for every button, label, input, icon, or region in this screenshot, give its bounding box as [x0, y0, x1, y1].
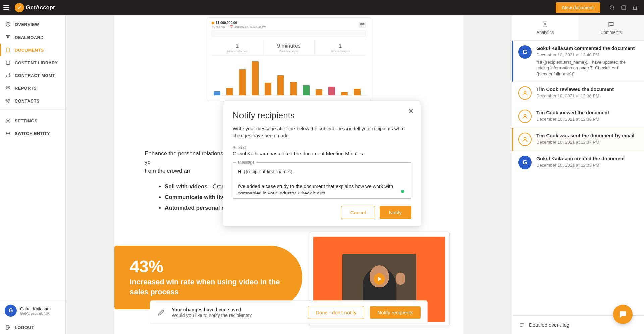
- menu-toggle[interactable]: [3, 4, 11, 12]
- help-icon[interactable]: [621, 5, 627, 11]
- message-input[interactable]: [238, 168, 406, 194]
- svg-rect-1: [622, 6, 626, 10]
- modal-description: Write your message after the below the s…: [233, 125, 411, 139]
- logo-mark-icon: [15, 3, 24, 12]
- bell-icon[interactable]: [632, 5, 638, 11]
- status-dot-icon: [401, 190, 404, 193]
- cancel-button[interactable]: Cancel: [341, 206, 375, 219]
- topbar: GetAccept New document: [0, 0, 644, 15]
- new-document-button[interactable]: New document: [556, 2, 600, 13]
- brand-logo[interactable]: GetAccept: [15, 3, 55, 12]
- subject-label: Subject: [233, 145, 411, 150]
- search-icon[interactable]: [609, 5, 615, 11]
- close-icon[interactable]: [406, 106, 416, 117]
- intercom-launcher[interactable]: [613, 305, 633, 324]
- subject-value: Gokul Kailasam has edited the document M…: [233, 151, 411, 156]
- notify-button[interactable]: Notify: [380, 206, 411, 219]
- notify-recipients-modal: Notify recipients Write your message aft…: [223, 101, 421, 227]
- svg-point-0: [610, 6, 614, 9]
- modal-title: Notify recipients: [233, 110, 411, 121]
- brand-name: GetAccept: [26, 4, 55, 11]
- message-label: Message: [236, 160, 256, 165]
